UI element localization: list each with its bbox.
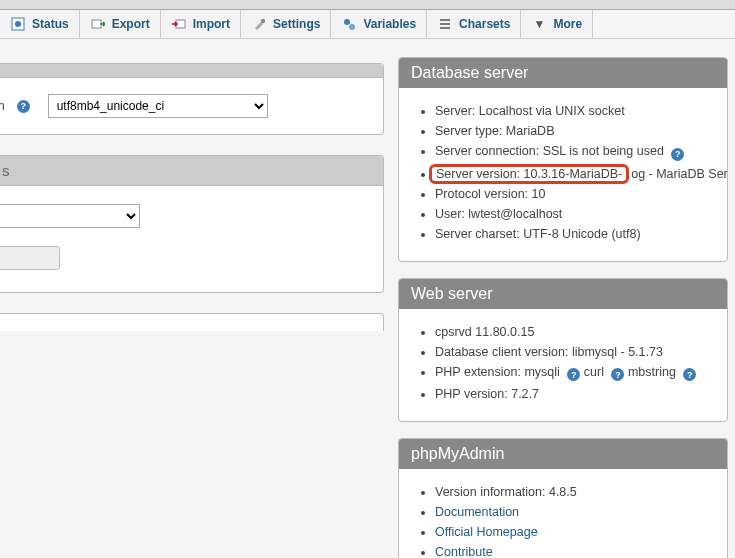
phpmyadmin-title: phpMyAdmin (399, 439, 727, 469)
phpmyadmin-panel: phpMyAdmin Version information: 4.8.5 Do… (398, 438, 728, 558)
collation-label-frag: n (0, 99, 5, 113)
status-label: Status (32, 17, 69, 31)
database-server-panel: Database server Server: Localhost via UN… (398, 57, 728, 262)
variables-icon (341, 16, 357, 32)
status-tab[interactable]: Status (0, 10, 80, 38)
general-settings-header (0, 64, 383, 78)
pma-doc-link[interactable]: Documentation (435, 505, 519, 519)
import-label: Import (193, 17, 230, 31)
export-icon (90, 16, 106, 32)
export-tab[interactable]: Export (80, 10, 161, 38)
export-label: Export (112, 17, 150, 31)
web-cpsrvd: cpsrvd 11.80.0.15 (435, 325, 719, 339)
help-icon[interactable]: ? (683, 368, 696, 381)
svg-point-6 (349, 24, 355, 30)
charsets-label: Charsets (459, 17, 510, 31)
help-icon[interactable]: ? (671, 148, 684, 161)
svg-point-1 (15, 21, 21, 27)
settings-icon (251, 16, 267, 32)
theme-button-frag[interactable] (0, 246, 60, 270)
status-icon (10, 16, 26, 32)
variables-label: Variables (363, 17, 416, 31)
db-server-host: Server: Localhost via UNIX socket (435, 104, 719, 118)
pma-contribute-link[interactable]: Contribute (435, 545, 493, 558)
help-icon[interactable]: ? (17, 100, 30, 113)
svg-point-4 (261, 19, 265, 23)
settings-tab[interactable]: Settings (241, 10, 331, 38)
more-icon: ▼ (531, 16, 547, 32)
web-server-title: Web server (399, 279, 727, 309)
web-phpversion: PHP version: 7.2.7 (435, 387, 719, 401)
general-settings-panel: n ? utf8mb4_unicode_ci (0, 63, 384, 135)
db-user: User: lwtest@localhost (435, 207, 719, 221)
db-version-highlight: Server version: 10.3.16-MariaDB- (429, 164, 629, 184)
more-tab[interactable]: ▼ More (521, 10, 593, 38)
main-toolbar: Status Export Import Settings Variables … (0, 10, 735, 39)
web-server-panel: Web server cpsrvd 11.80.0.15 Database cl… (398, 278, 728, 423)
settings-label: Settings (273, 17, 320, 31)
pma-home-link[interactable]: Official Homepage (435, 525, 538, 539)
appearance-panel: s (0, 155, 384, 293)
svg-rect-2 (92, 20, 101, 28)
db-server-version: Server version: 10.3.16-MariaDB-og - Mar… (435, 167, 719, 181)
more-label: More (553, 17, 582, 31)
svg-point-5 (344, 19, 350, 25)
pma-version: Version information: 4.8.5 (435, 485, 719, 499)
db-charset: Server charset: UTF-8 Unicode (utf8) (435, 227, 719, 241)
db-server-type: Server type: MariaDB (435, 124, 719, 138)
charsets-icon (437, 16, 453, 32)
help-icon[interactable]: ? (611, 368, 624, 381)
language-select[interactable] (0, 204, 140, 228)
import-icon (171, 16, 187, 32)
db-server-connection: Server connection: SSL is not being used… (435, 144, 719, 161)
appearance-header: s (0, 156, 383, 186)
variables-tab[interactable]: Variables (331, 10, 427, 38)
collation-select[interactable]: utf8mb4_unicode_ci (48, 94, 268, 118)
web-phpext: PHP extension: mysqli ? curl ? mbstring … (435, 365, 719, 382)
help-icon[interactable]: ? (567, 368, 580, 381)
database-server-title: Database server (399, 58, 727, 88)
db-protocol-version: Protocol version: 10 (435, 187, 719, 201)
import-tab[interactable]: Import (161, 10, 241, 38)
partial-panel (0, 313, 384, 331)
charsets-tab[interactable]: Charsets (427, 10, 521, 38)
web-dbclient: Database client version: libmysql - 5.1.… (435, 345, 719, 359)
